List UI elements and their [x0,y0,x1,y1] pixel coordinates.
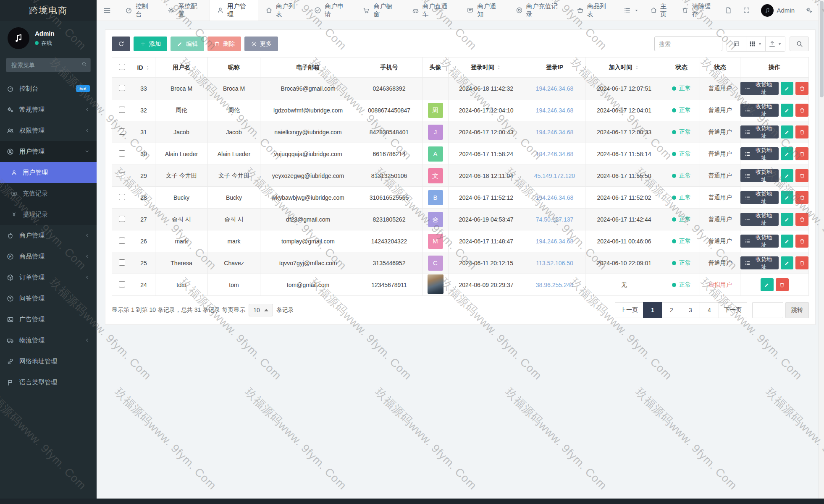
page-jump-input[interactable] [752,302,783,318]
search-toggle-button[interactable] [790,37,809,51]
column-header-0[interactable]: ID [132,57,155,78]
nav-tab-8[interactable]: 商户充值记录 [509,0,569,21]
row-edit-button[interactable] [781,169,794,182]
nav-tab-9[interactable]: 商品列表 [569,0,618,21]
row-edit-button[interactable] [781,125,794,138]
page-jump-button[interactable]: 跳转 [785,302,809,318]
delete-button[interactable]: 删除 [207,37,241,51]
address-button[interactable]: 收货地址 [740,191,779,204]
admin-account-menu[interactable]: Admin [756,0,800,21]
more-button[interactable]: 更多 [244,37,278,51]
nav-tab-6[interactable]: 商户直通车 [405,0,460,21]
nav-tab-1[interactable]: 系统配置 [160,0,209,21]
sidebar-item-5[interactable]: P商品管理 [0,246,97,267]
scrollbar[interactable] [819,0,824,504]
address-button[interactable]: 收货地址 [740,82,779,95]
row-checkbox[interactable] [119,259,125,266]
ip-link[interactable]: 113.52.106.50 [536,260,573,266]
ip-link[interactable]: 45.149.172.120 [534,172,575,179]
row-edit-button[interactable] [781,82,794,95]
row-edit-button[interactable] [781,213,794,226]
row-edit-button[interactable] [761,278,774,291]
sidebar-item-11[interactable]: 语言类型管理 [0,372,97,393]
select-all-checkbox[interactable] [119,64,125,70]
row-edit-button[interactable] [781,191,794,204]
row-delete-button[interactable] [795,213,808,226]
sidebar-item-10[interactable]: 网络地址管理 [0,351,97,372]
row-delete-button[interactable] [795,169,808,182]
ip-link[interactable]: 38.96.255.248 [536,282,574,288]
row-checkbox[interactable] [119,107,125,113]
address-button[interactable]: 收货地址 [740,147,779,160]
detail-view-button[interactable] [727,37,746,51]
ip-link[interactable]: 194.246.34.68 [536,129,574,136]
address-button[interactable]: 收货地址 [740,169,779,182]
sidebar-item-1[interactable]: 常规管理 [0,99,97,120]
nav-tab-2[interactable]: 用户管理 [210,0,258,21]
row-checkbox[interactable] [119,128,125,135]
scrollbar-thumb[interactable] [820,1,824,97]
sidebar-item-6[interactable]: 订单管理 [0,267,97,288]
address-button[interactable]: 收货地址 [740,213,779,226]
row-delete-button[interactable] [795,104,808,117]
page-size-select[interactable]: 10 [249,304,273,316]
column-header-6[interactable]: 登录时间 [449,57,524,78]
row-edit-button[interactable] [781,147,794,160]
row-checkbox[interactable] [119,172,125,178]
row-delete-button[interactable] [795,125,808,138]
row-checkbox[interactable] [119,150,125,157]
sidebar-item-7[interactable]: 问答管理 [0,288,97,309]
ip-link[interactable]: 194.246.34.68 [536,85,574,92]
column-header-8[interactable]: 加入时间 [585,57,663,78]
row-delete-button[interactable] [795,147,808,160]
sidebar-item-0[interactable]: 控制台hot [0,78,97,99]
row-edit-button[interactable] [781,235,794,248]
prev-page-button[interactable]: 上一页 [615,302,643,318]
export-button[interactable] [766,37,785,51]
ip-link[interactable]: 194.246.34.68 [536,151,574,157]
ip-link[interactable]: 194.246.34.68 [536,194,574,201]
row-checkbox[interactable] [119,238,125,244]
nav-tab-3[interactable]: 商户列表 [258,0,307,21]
next-page-button[interactable]: 下一页 [719,302,747,318]
row-delete-button[interactable] [795,82,808,95]
sidebar-item-sub-2[interactable]: 提现记录 [0,204,97,225]
add-button[interactable]: 添加 [134,37,167,51]
nav-tab-5[interactable]: 商户橱窗 [356,0,404,21]
nav-home-button[interactable]: 主页 [645,0,677,21]
settings-button[interactable] [800,0,818,21]
edit-button[interactable]: 编辑 [171,37,204,51]
refresh-button[interactable] [112,37,130,51]
sidebar-search-input[interactable] [6,58,91,72]
nav-tab-0[interactable]: 控制台 [118,0,161,21]
sidebar-item-sub-1[interactable]: 充值记录 [0,183,97,204]
sidebar-item-4[interactable]: 商户管理 [0,225,97,246]
address-button[interactable]: 收货地址 [740,104,779,117]
row-edit-button[interactable] [781,104,794,117]
nav-clear-cache-button[interactable]: 清除缓存 [676,0,719,21]
fullscreen-button[interactable] [737,0,756,21]
sidebar-item-2[interactable]: 权限管理 [0,120,97,141]
ip-link[interactable]: 74.50.127.137 [536,216,574,223]
sidebar-item-sub-0[interactable]: 用户管理 [0,162,97,183]
nav-tab-4[interactable]: 商户申请 [307,0,356,21]
page-button-1[interactable]: 1 [643,302,662,318]
row-edit-button[interactable] [781,256,794,269]
menu-toggle-button[interactable] [97,0,118,21]
address-button[interactable]: 收货地址 [740,125,779,138]
page-button-3[interactable]: 3 [681,302,700,318]
sidebar-item-9[interactable]: 物流管理 [0,330,97,351]
row-checkbox[interactable] [119,216,125,222]
nav-tab-7[interactable]: 商户通知 [459,0,508,21]
table-search-input[interactable] [654,37,722,51]
row-delete-button[interactable] [795,235,808,248]
row-checkbox[interactable] [119,194,125,200]
row-delete-button[interactable] [795,256,808,269]
row-checkbox[interactable] [119,85,125,91]
address-button[interactable]: 收货地址 [740,256,779,269]
ip-link[interactable]: 194.246.34.68 [536,238,574,245]
page-button-2[interactable]: 2 [662,302,681,318]
ip-link[interactable]: 194.246.34.68 [536,107,574,114]
sidebar-item-3[interactable]: 用户管理 [0,141,97,162]
nav-log-button[interactable] [719,0,737,21]
